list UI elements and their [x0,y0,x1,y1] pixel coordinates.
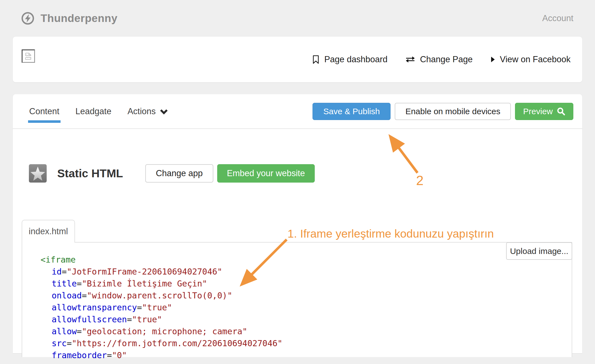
top-header: Thunderpenny Account [0,0,595,37]
page-link-label: Change Page [420,54,473,64]
code-token-string: "true" [142,303,172,312]
code-token-equals: = [77,279,82,288]
code-token-equals: = [137,303,142,312]
embed-website-button[interactable]: Embed your website [217,164,315,183]
code-token-tag: <iframe [41,255,76,265]
broken-image-icon [22,49,35,63]
code-token-string: "https://form.jotform.com/22061069402704… [72,338,282,348]
code-token-equals: = [62,267,67,276]
save-publish-button[interactable]: Save & Publish [312,103,391,120]
code-editor[interactable]: <iframeid="JotFormIFrame-220610694027046… [22,242,572,357]
app-info-row: Static HTML Change app Embed your websit… [29,164,315,183]
page-link-label: View on Facebook [500,54,571,64]
code-token-attr: allowtransparency [52,303,137,312]
upload-image-button[interactable]: Upload image... [506,242,572,260]
code-token-equals: = [82,291,87,300]
code-line: src="https://form.jotform.com/2206106940… [41,337,566,349]
enable-mobile-button[interactable]: Enable on mobile devices [395,103,511,120]
page-card: Page dashboard Change Page View on Faceb… [13,37,582,82]
preview-button[interactable]: Preview [515,103,573,120]
code-token-attr: allowfullscreen [52,315,127,324]
code-token-string: "geolocation; microphone; camera" [82,326,247,336]
file-tab-index-html[interactable]: index.html [22,220,75,243]
code-line: <iframe [41,254,566,266]
code-line: onload="window.parent.scrollTo(0,0)" [41,290,566,301]
app-main-card: Content Leadgate Actions Save & Publish … [13,94,582,353]
code-content: <iframeid="JotFormIFrame-220610694027046… [22,243,572,364]
swap-arrows-icon [405,56,415,63]
code-line: id="JotFormIFrame-220610694027046" [41,266,566,278]
code-line: allow="geolocation; microphone; camera" [41,325,566,337]
code-token-string: "Bizimle İletişime Geçin" [82,279,207,288]
code-token-equals: = [127,315,132,324]
page-links: Page dashboard Change Page View on Faceb… [312,54,571,64]
toolbar-buttons: Save & Publish Enable on mobile devices … [312,103,573,120]
thunderpenny-logo-icon [21,12,34,25]
code-token-attr: title [52,279,77,288]
brand-name: Thunderpenny [41,12,118,24]
tab-row: Content Leadgate Actions Save & Publish … [13,94,582,129]
brand: Thunderpenny [21,12,118,25]
tab-leadgate[interactable]: Leadgate [74,106,112,117]
change-page-link[interactable]: Change Page [405,54,473,64]
tabs: Content Leadgate Actions [28,106,169,117]
play-icon [491,56,495,63]
code-token-equals: = [107,350,112,360]
page-dashboard-link[interactable]: Page dashboard [312,54,388,64]
code-token-attr: frameborder [52,350,107,360]
app-title: Static HTML [57,167,123,180]
tab-label: Actions [128,106,156,116]
star-icon [29,164,47,183]
code-token-string: "window.parent.scrollTo(0,0)" [87,291,232,300]
tab-label: Leadgate [76,106,111,116]
tab-content[interactable]: Content [28,106,61,117]
chevron-down-icon [160,109,168,114]
preview-button-label: Preview [523,107,553,116]
code-line: allowtransparency="true" [41,301,566,313]
code-token-string: "JotFormIFrame-220610694027046" [67,267,222,276]
account-link[interactable]: Account [542,13,573,23]
page-link-label: Page dashboard [324,54,388,64]
annotation-step1: 1. Iframe yerleştirme kodunuzu yapıştırı… [288,227,494,240]
code-token-attr: allow [52,326,77,336]
annotation-step2: 2 [416,173,424,188]
bookmark-icon [312,55,319,64]
code-token-string: "true" [132,315,162,324]
code-line: allowfullscreen="true" [41,313,566,325]
tab-label: Content [29,106,59,116]
code-line: title="Bizimle İletişime Geçin" [41,278,566,290]
search-icon [557,107,565,116]
code-token-equals: = [67,338,72,348]
view-on-facebook-link[interactable]: View on Facebook [491,54,571,64]
code-token-attr: onload [52,291,82,300]
change-app-button[interactable]: Change app [145,164,213,183]
code-token-attr: id [52,267,62,276]
code-line: frameborder="0" [41,349,566,361]
code-token-string: "0" [112,350,127,360]
code-token-attr: src [52,338,67,348]
code-token-equals: = [77,326,82,336]
tab-actions[interactable]: Actions [126,106,169,117]
